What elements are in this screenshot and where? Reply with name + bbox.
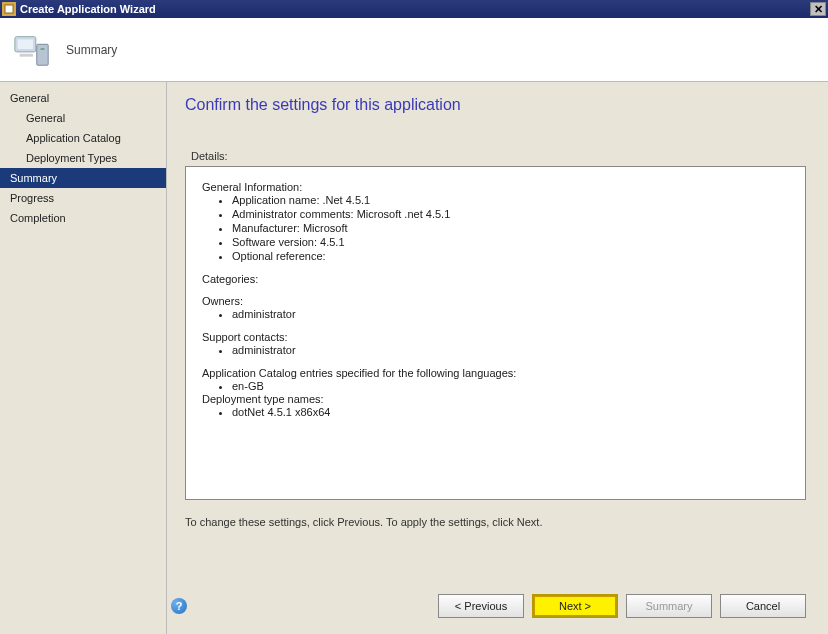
next-button[interactable]: Next > [532, 594, 618, 618]
list-item: Manufacturer: Microsoft [232, 221, 789, 235]
support-list: administrator [232, 343, 789, 357]
list-item: Administrator comments: Microsoft .net 4… [232, 207, 789, 221]
section-categories: Categories: [202, 273, 789, 285]
page-title: Confirm the settings for this applicatio… [185, 96, 806, 114]
sidebar-item-progress[interactable]: Progress [0, 188, 166, 208]
catalog-list: en-GB [232, 379, 789, 393]
list-item: Optional reference: [232, 249, 789, 263]
sidebar-item-completion[interactable]: Completion [0, 208, 166, 228]
list-item: Application name: .Net 4.5.1 [232, 193, 789, 207]
section-deploy: Deployment type names: [202, 393, 789, 405]
sidebar-item-app-catalog[interactable]: Application Catalog [0, 128, 166, 148]
list-item: administrator [232, 343, 789, 357]
details-label: Details: [191, 150, 806, 162]
sidebar-item-general[interactable]: General [0, 88, 166, 108]
section-general-info: General Information: [202, 181, 789, 193]
sidebar: General General Application Catalog Depl… [0, 82, 167, 634]
summary-button: Summary [626, 594, 712, 618]
close-button[interactable]: ✕ [810, 2, 826, 16]
sidebar-item-summary[interactable]: Summary [0, 168, 166, 188]
window-title: Create Application Wizard [20, 3, 156, 15]
owners-list: administrator [232, 307, 789, 321]
svg-rect-3 [37, 44, 48, 65]
app-icon [2, 2, 16, 16]
help-icon[interactable]: ? [171, 598, 187, 614]
main: General General Application Catalog Depl… [0, 82, 828, 634]
svg-rect-0 [5, 5, 13, 13]
deploy-list: dotNet 4.5.1 x86x64 [232, 405, 789, 419]
list-item: administrator [232, 307, 789, 321]
previous-button[interactable]: < Previous [438, 594, 524, 618]
header-band: Summary [0, 18, 828, 82]
content: Confirm the settings for this applicatio… [167, 82, 828, 634]
svg-rect-4 [41, 48, 45, 50]
titlebar: Create Application Wizard ✕ [0, 0, 828, 18]
list-item: Software version: 4.5.1 [232, 235, 789, 249]
header-title: Summary [66, 43, 117, 57]
svg-rect-2 [18, 39, 33, 49]
wizard-icon [12, 30, 52, 70]
svg-rect-5 [20, 53, 33, 56]
cancel-button[interactable]: Cancel [720, 594, 806, 618]
sidebar-item-deployment-types[interactable]: Deployment Types [0, 148, 166, 168]
section-support: Support contacts: [202, 331, 789, 343]
button-row: ? < Previous Next > Summary Cancel [185, 584, 806, 626]
hint-text: To change these settings, click Previous… [185, 516, 806, 528]
section-catalog: Application Catalog entries specified fo… [202, 367, 789, 379]
list-item: dotNet 4.5.1 x86x64 [232, 405, 789, 419]
sidebar-item-general-sub[interactable]: General [0, 108, 166, 128]
list-item: en-GB [232, 379, 789, 393]
details-box: General Information: Application name: .… [185, 166, 806, 500]
general-info-list: Application name: .Net 4.5.1 Administrat… [232, 193, 789, 263]
section-owners: Owners: [202, 295, 789, 307]
